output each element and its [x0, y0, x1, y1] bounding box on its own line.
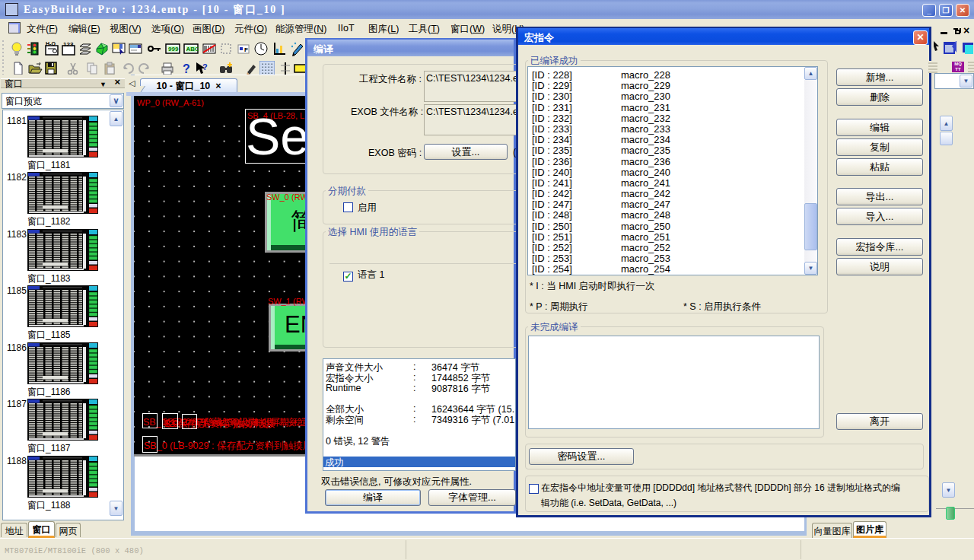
svg-text:H-O: H-O	[46, 41, 56, 46]
svg-text:F: F	[244, 46, 248, 53]
svg-text:?: ?	[202, 62, 208, 72]
svg-text:999: 999	[168, 46, 179, 52]
svg-text:123: 123	[63, 41, 74, 48]
svg-text:ABC: ABC	[186, 46, 199, 52]
svg-text:?: ?	[183, 62, 190, 75]
